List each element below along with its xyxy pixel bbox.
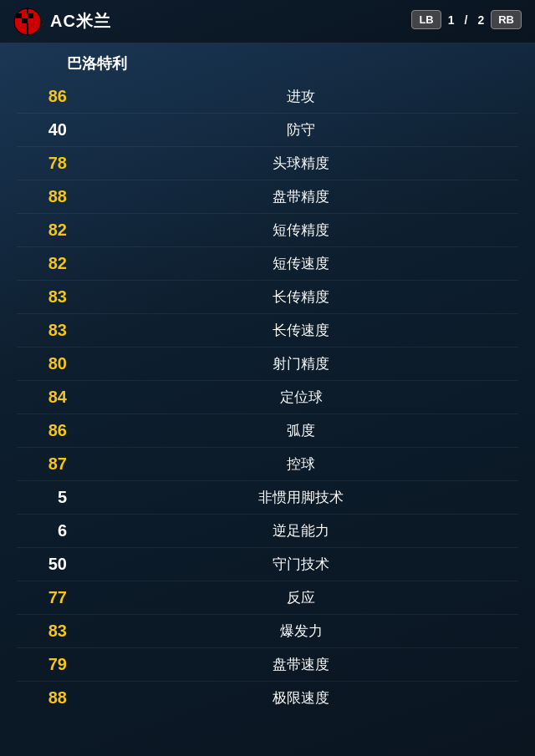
stat-row: 82短传精度: [17, 214, 518, 247]
stat-label: 控球: [84, 454, 518, 474]
page-total: 2: [474, 13, 487, 27]
stat-label: 爆发力: [84, 622, 518, 641]
stat-value: 83: [17, 321, 84, 340]
stat-value: 83: [17, 287, 84, 307]
stat-row: 84定位球: [17, 381, 518, 414]
stat-row: 83爆发力: [17, 615, 518, 648]
lb-button[interactable]: LB: [411, 10, 441, 29]
stat-value: 78: [17, 154, 84, 173]
stat-row: 5非惯用脚技术: [17, 481, 518, 515]
stat-label: 防守: [84, 120, 518, 140]
stat-value: 87: [17, 454, 84, 474]
main-container: AC米兰 LB 1 / 2 RB 巴洛特利 86进攻40防守78头球精度88盘带…: [0, 0, 535, 756]
stat-row: 86进攻: [17, 80, 518, 114]
svg-rect-2: [22, 13, 28, 18]
team-name: AC米兰: [50, 10, 111, 33]
page-current: 1: [445, 13, 458, 27]
svg-rect-6: [28, 18, 33, 23]
stat-value: 86: [17, 87, 84, 106]
svg-rect-1: [16, 13, 22, 18]
stat-value: 86: [17, 421, 84, 440]
pagination: LB 1 / 2 RB: [411, 10, 522, 29]
svg-rect-5: [22, 18, 28, 23]
stat-value: 80: [17, 354, 84, 373]
svg-rect-3: [28, 13, 33, 18]
stat-label: 长传精度: [84, 287, 518, 307]
stat-value: 40: [17, 120, 84, 140]
stat-row: 86弧度: [17, 414, 518, 448]
stat-label: 极限速度: [84, 688, 518, 708]
player-section: 巴洛特利: [0, 43, 535, 80]
stat-row: 88盘带精度: [17, 180, 518, 214]
stat-value: 83: [17, 622, 84, 641]
stat-value: 88: [17, 187, 84, 206]
stat-row: 80射门精度: [17, 348, 518, 381]
stat-value: 5: [17, 488, 84, 507]
stat-label: 盘带速度: [84, 655, 518, 674]
team-logo: [13, 8, 42, 36]
stat-value: 82: [17, 254, 84, 273]
stat-row: 77反应: [17, 581, 518, 615]
stat-value: 79: [17, 655, 84, 674]
player-name: 巴洛特利: [67, 55, 127, 72]
rb-button[interactable]: RB: [491, 10, 522, 29]
stat-label: 守门技术: [84, 555, 518, 574]
stat-row: 50守门技术: [17, 548, 518, 581]
stat-row: 78头球精度: [17, 147, 518, 180]
stat-row: 6逆足能力: [17, 515, 518, 548]
stat-row: 83长传精度: [17, 281, 518, 314]
stats-list: 86进攻40防守78头球精度88盘带精度82短传精度82短传速度83长传精度83…: [0, 80, 535, 714]
stat-label: 进攻: [84, 87, 518, 106]
stat-value: 84: [17, 388, 84, 407]
stat-value: 88: [17, 688, 84, 708]
stat-value: 77: [17, 588, 84, 607]
stat-label: 长传速度: [84, 321, 518, 340]
stat-value: 82: [17, 221, 84, 240]
stat-label: 逆足能力: [84, 521, 518, 540]
stat-label: 盘带精度: [84, 187, 518, 206]
stat-value: 50: [17, 555, 84, 574]
stat-label: 短传速度: [84, 254, 518, 273]
stat-row: 87控球: [17, 448, 518, 481]
stat-row: 82短传速度: [17, 247, 518, 281]
stat-label: 非惯用脚技术: [84, 488, 518, 507]
stat-label: 弧度: [84, 421, 518, 440]
stat-label: 反应: [84, 588, 518, 607]
stat-row: 83长传速度: [17, 314, 518, 348]
stat-row: 88极限速度: [17, 682, 518, 714]
stat-row: 40防守: [17, 114, 518, 147]
header: AC米兰 LB 1 / 2 RB: [0, 0, 535, 43]
stat-label: 短传精度: [84, 221, 518, 240]
stat-label: 射门精度: [84, 354, 518, 373]
page-separator: /: [461, 13, 471, 27]
stat-row: 79盘带速度: [17, 648, 518, 682]
stat-label: 头球精度: [84, 154, 518, 173]
svg-rect-4: [16, 18, 22, 23]
stat-value: 6: [17, 521, 84, 540]
stat-label: 定位球: [84, 388, 518, 407]
